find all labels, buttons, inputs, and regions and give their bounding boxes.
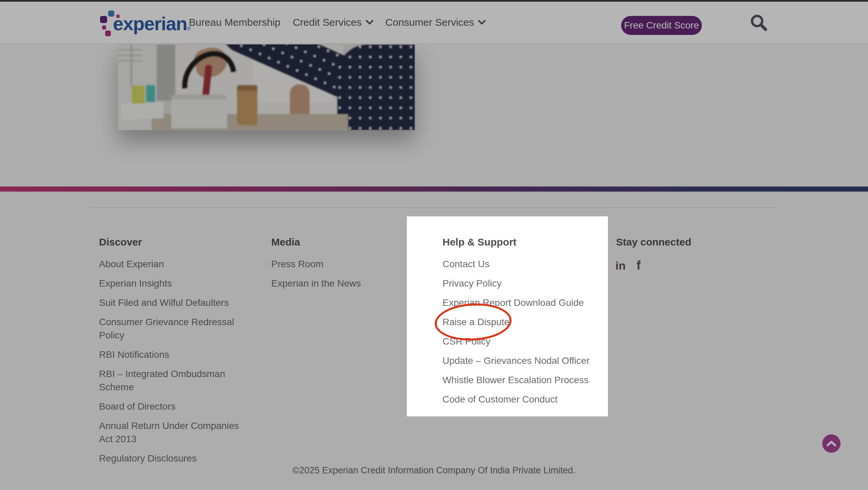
help-support-spotlight: Help & Support Contact Us Privacy Policy… <box>407 216 608 416</box>
photo-blind-line <box>118 60 142 61</box>
copyright-text: ©2025 Experian Credit Information Compan… <box>0 465 868 476</box>
footer-column-media: Media Press Room Experian in the News <box>271 236 380 296</box>
window-top-edge <box>0 0 868 2</box>
footer-link-about-experian[interactable]: About Experian <box>99 257 252 271</box>
nav-label: Credit Services <box>293 17 361 28</box>
footer-column-stay-connected: Stay connected <box>616 236 725 257</box>
footer-link-press-room[interactable]: Press Room <box>271 257 380 271</box>
footer-heading-discover: Discover <box>99 236 252 248</box>
footer-link-contact-us[interactable]: Contact Us <box>442 257 592 271</box>
footer-link-raise-a-dispute[interactable]: Raise a Dispute <box>442 315 592 329</box>
photo-coffee-cup <box>237 85 257 125</box>
office-photo <box>118 44 415 130</box>
footer-link-regulatory-disclosures[interactable]: Regulatory Disclosures <box>99 452 252 465</box>
footer-link-code-of-customer-conduct[interactable]: Code of Customer Conduct <box>442 393 592 406</box>
footer-link-annual-return[interactable]: Annual Return Under Companies Act 2013 <box>99 419 241 446</box>
photo-cabinet <box>157 44 175 100</box>
photo-card-machine <box>171 95 227 129</box>
footer-link-rbi-notifications[interactable]: RBI Notifications <box>99 348 252 361</box>
logo-dot-purple <box>100 16 107 23</box>
main-nav: Bureau Membership Credit Services Consum… <box>189 2 486 43</box>
photo-sticky-yellow <box>132 86 145 103</box>
photo-paper <box>121 102 164 120</box>
chevron-down-icon <box>478 20 486 25</box>
experian-logo[interactable]: experian® <box>100 6 181 40</box>
footer-link-suit-filed[interactable]: Suit Filed and Wilful Defaulters <box>99 296 252 309</box>
footer-link-privacy-policy[interactable]: Privacy Policy <box>442 277 592 290</box>
footer-link-rbi-ombudsman[interactable]: RBI – Integrated Ombudsman Scheme <box>99 367 252 394</box>
social-icons: in f <box>615 258 640 273</box>
chevron-up-icon <box>826 440 836 447</box>
footer-heading-media: Media <box>271 236 380 248</box>
footer-link-board-of-directors[interactable]: Board of Directors <box>99 400 252 413</box>
photo-blind-line <box>118 49 142 51</box>
footer-link-experian-insights[interactable]: Experian Insights <box>99 277 252 290</box>
footer-link-grievance-redressal[interactable]: Consumer Grievance Redressal Policy <box>99 315 252 342</box>
photo-sticky-teal <box>146 85 155 102</box>
nav-bureau-membership[interactable]: Bureau Membership <box>189 17 280 28</box>
footer-column-discover: Discover About Experian Experian Insight… <box>99 236 252 471</box>
footer-heading-stay-connected: Stay connected <box>616 236 725 248</box>
logo-wordmark: experian® <box>113 13 190 35</box>
footer-link-grievances-nodal-officer[interactable]: Update – Grievances Nodal Officer <box>442 354 592 367</box>
search-icon <box>749 13 768 32</box>
photo-window-frame <box>131 44 132 87</box>
footer-link-report-download-guide[interactable]: Experian Report Download Guide <box>442 296 592 309</box>
nav-credit-services[interactable]: Credit Services <box>293 17 373 28</box>
footer-link-whistle-blower[interactable]: Whistle Blower Escalation Process <box>442 373 592 387</box>
photo-blind-line <box>118 55 142 56</box>
nav-consumer-services[interactable]: Consumer Services <box>386 17 486 28</box>
experian-page: experian® Bureau Membership Credit Servi… <box>0 0 868 490</box>
linkedin-icon[interactable]: in <box>615 259 626 272</box>
footer-heading-help-support: Help & Support <box>442 236 608 248</box>
facebook-icon[interactable]: f <box>636 258 640 273</box>
logo-dot-pink <box>105 31 111 36</box>
brand-gradient-divider <box>0 187 868 192</box>
scroll-to-top-button[interactable] <box>822 434 841 453</box>
chevron-down-icon <box>366 20 373 25</box>
nav-label: Consumer Services <box>386 17 474 28</box>
footer-divider <box>89 207 777 208</box>
free-credit-score-button[interactable]: Free Credit Score <box>621 16 702 35</box>
search-button[interactable] <box>749 13 768 32</box>
nav-label: Bureau Membership <box>189 17 280 28</box>
footer-link-csr-policy[interactable]: CSR Policy <box>442 335 592 348</box>
footer-link-experian-in-the-news[interactable]: Experian in the News <box>271 277 380 290</box>
photo-person1-body <box>337 44 415 130</box>
logo-dot-magenta-small <box>102 25 106 30</box>
header: experian® Bureau Membership Credit Servi… <box>0 2 868 43</box>
office-photo-art <box>118 44 415 130</box>
